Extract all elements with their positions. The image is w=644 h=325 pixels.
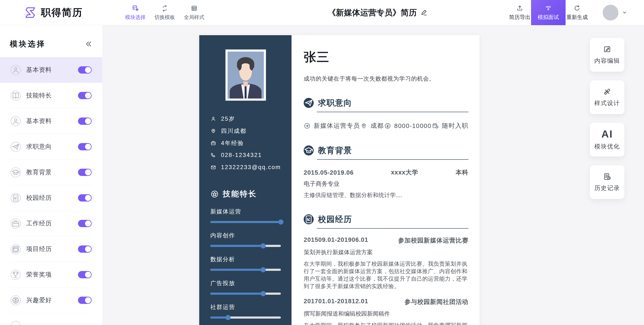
- profile-info-list: 25岁四川成都4年经验028-123432112322233@qq.com: [210, 113, 281, 173]
- module-toggle[interactable]: [78, 169, 92, 176]
- sidebar-item-partial[interactable]: [0, 313, 102, 325]
- profile-photo-illustration: [228, 52, 264, 99]
- profile-info-item: 028-1234321: [210, 149, 281, 161]
- preview-area: 25岁四川成都4年经验028-123432112322233@qq.com 技能…: [102, 25, 644, 325]
- skills-header: 技能特长: [210, 189, 281, 199]
- profile-info-item: 25岁: [210, 113, 281, 125]
- section-title: 校园经历: [318, 214, 352, 225]
- document-title-wrap: 《新媒体运营专员》简历: [328, 0, 428, 25]
- nav-item-模块选择[interactable]: 模块选择: [120, 0, 150, 25]
- sidebar-item-label: 工作经历: [26, 219, 52, 228]
- grad-cap-icon: [11, 167, 21, 177]
- paper-plane-icon: [11, 142, 21, 152]
- module-toggle[interactable]: [78, 118, 92, 125]
- module-toggle[interactable]: [78, 143, 92, 150]
- mail-icon: [210, 164, 216, 170]
- sidebar-item-label: 兴趣爱好: [26, 296, 52, 304]
- floating-toolbar: 内容编辑样式设计AI模块优化历史记录: [590, 38, 624, 199]
- app-root: 职得简历 模块选择切换模板全局样式 《新媒体运营专员》简历 简历导出 模拟面试 …: [0, 0, 644, 325]
- app-logo[interactable]: 职得简历: [24, 0, 83, 25]
- sidebar-item-兴趣爱好[interactable]: 兴趣爱好: [0, 287, 102, 313]
- module-toggle[interactable]: [78, 297, 92, 304]
- switch-template-icon: [161, 5, 168, 12]
- sidebar-item-label: 技能特长: [26, 91, 52, 100]
- history-doc-icon: [603, 172, 612, 181]
- section-underline: [317, 112, 468, 112]
- edit-title-icon[interactable]: [420, 9, 428, 17]
- plane-circle-icon: [304, 122, 310, 129]
- skill-name: 社群运营: [210, 303, 281, 311]
- circle-icon: [11, 321, 21, 325]
- interview-label: 模拟面试: [538, 14, 559, 21]
- phone-icon: [210, 152, 216, 158]
- tool-label: 历史记录: [594, 184, 620, 192]
- entry-period: 201509.01-201906.01: [304, 236, 368, 245]
- user-avatar[interactable]: [603, 5, 618, 21]
- tool-button-内容编辑[interactable]: 内容编辑: [590, 38, 624, 72]
- trophy-icon: [11, 270, 21, 280]
- refresh-icon: [574, 5, 581, 12]
- module-toggle[interactable]: [78, 245, 92, 253]
- campus-entry-list: 201509.01-201906.01参加校园新媒体运营比赛策划并执行新媒体运营…: [304, 236, 468, 325]
- skill-item: 数据分析: [210, 255, 281, 271]
- skill-name: 数据分析: [210, 255, 281, 263]
- module-sidebar: 模块选择 基本资料技能特长基本资料求职意向教育背景校园经历工作经历项目经历荣誉奖…: [0, 25, 102, 325]
- nav-label: 切换模板: [154, 14, 175, 21]
- skill-slider[interactable]: [210, 221, 281, 223]
- skill-slider[interactable]: [210, 269, 281, 271]
- tool-button-模块优化[interactable]: AI模块优化: [590, 123, 624, 157]
- top-header: 职得简历 模块选择切换模板全局样式 《新媒体运营专员》简历 简历导出 模拟面试 …: [0, 0, 644, 25]
- job-intent-item: 8000-10000: [384, 122, 432, 129]
- doc-icon: [304, 214, 314, 224]
- module-toggle[interactable]: [78, 92, 92, 99]
- chevron-down-icon[interactable]: [622, 10, 628, 15]
- module-toggle[interactable]: [78, 194, 92, 201]
- regenerate-button[interactable]: 重新生成: [561, 0, 593, 25]
- tool-button-历史记录[interactable]: 历史记录: [590, 165, 624, 199]
- skill-slider[interactable]: [210, 245, 281, 247]
- tool-button-样式设计[interactable]: 样式设计: [590, 80, 624, 114]
- sidebar-item-求职意向[interactable]: 求职意向: [0, 134, 102, 160]
- nav-item-切换模板[interactable]: 切换模板: [150, 0, 180, 25]
- user-icon: [210, 116, 216, 122]
- sidebar-item-荣誉奖项[interactable]: 荣誉奖项: [0, 262, 102, 287]
- user-icon: [11, 116, 21, 126]
- nav-label: 模块选择: [125, 14, 146, 21]
- sidebar-item-校园经历[interactable]: 校园经历: [0, 185, 102, 211]
- sidebar-item-技能特长[interactable]: 技能特长: [0, 83, 102, 108]
- sidebar-item-label: 项目经历: [26, 245, 52, 253]
- main-nav: 模块选择切换模板全局样式: [120, 0, 209, 25]
- briefcase-icon: [210, 140, 216, 146]
- collapse-sidebar-icon[interactable]: [85, 40, 92, 48]
- sidebar-item-基本资料[interactable]: 基本资料: [0, 57, 102, 83]
- candidate-name: 张三: [304, 49, 468, 66]
- modules-icon: [132, 5, 139, 12]
- module-toggle[interactable]: [78, 66, 92, 74]
- pin-icon: [210, 128, 216, 134]
- regenerate-label: 重新生成: [566, 14, 588, 21]
- edit-doc-icon: [603, 45, 612, 54]
- module-toggle[interactable]: [78, 220, 92, 227]
- skill-slider[interactable]: [210, 292, 281, 295]
- job-intent-item: 成都: [360, 122, 384, 130]
- mock-interview-button[interactable]: 模拟面试: [531, 0, 566, 25]
- profile-info-item: 12322233@qq.com: [210, 161, 281, 173]
- sidebar-item-label: 基本资料: [26, 117, 52, 125]
- sidebar-item-项目经历[interactable]: 项目经历: [0, 236, 102, 262]
- sidebar-item-基本资料[interactable]: 基本资料: [0, 108, 102, 134]
- module-toggle[interactable]: [78, 271, 92, 278]
- education-school: xxxx大学: [391, 168, 418, 177]
- sidebar-item-教育背景[interactable]: 教育背景: [0, 160, 102, 185]
- profile-info-text: 12322233@qq.com: [221, 164, 281, 171]
- sidebar-module-list: 基本资料技能特长基本资料求职意向教育背景校园经历工作经历项目经历荣誉奖项兴趣爱好: [0, 57, 102, 325]
- profile-info-text: 四川成都: [221, 127, 246, 135]
- entry-title: 参加校园新媒体运营比赛: [398, 236, 468, 245]
- skill-item: 内容创作: [210, 232, 281, 247]
- export-resume-button[interactable]: 简历导出: [505, 0, 535, 25]
- skill-slider[interactable]: [210, 316, 281, 318]
- logo-z-icon: [24, 6, 37, 19]
- skill-name: 新媒体运营: [210, 208, 281, 215]
- nav-item-全局样式[interactable]: 全局样式: [180, 0, 209, 25]
- skill-item: 新媒体运营: [210, 208, 281, 223]
- sidebar-item-工作经历[interactable]: 工作经历: [0, 211, 102, 236]
